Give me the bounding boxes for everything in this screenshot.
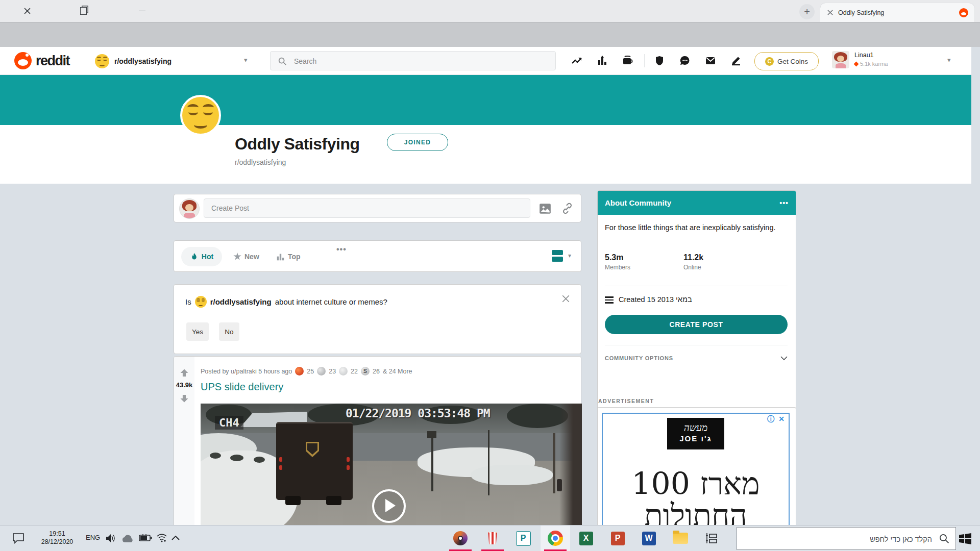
tab-close-icon[interactable] <box>827 10 833 15</box>
create-post-card <box>174 194 581 222</box>
language-indicator[interactable]: ENG <box>86 534 100 541</box>
wifi-icon[interactable] <box>156 533 167 542</box>
create-post-input[interactable] <box>204 198 530 218</box>
new-icon <box>233 253 241 261</box>
reddit-favicon <box>959 8 968 17</box>
volume-icon[interactable] <box>105 533 116 543</box>
user-menu[interactable]: Linau1 5.1k karma <box>828 49 955 72</box>
browser-toolbar: A M א reddit.com/r/oddlysatisfying/ ↺ ← … <box>0 22 980 47</box>
taskbar-app-publisher[interactable]: P <box>508 525 538 551</box>
sort-more-button[interactable]: ••• <box>336 245 347 254</box>
taskbar-app-excel[interactable]: X <box>571 525 601 551</box>
question-no-button[interactable]: No <box>219 322 239 341</box>
taskbar-clock[interactable]: 19:51 28/12/2020 <box>32 530 83 546</box>
community-question-card: Is r/oddlysatisfying about internet cult… <box>174 284 581 354</box>
task-view-icon <box>705 532 719 544</box>
link-post-icon[interactable] <box>561 202 574 215</box>
create-post-avatar[interactable] <box>179 198 200 219</box>
media-broadcast-icon[interactable] <box>622 55 633 66</box>
music-app-icon <box>453 531 468 545</box>
taskbar-app-powerpoint[interactable]: P <box>603 525 632 551</box>
user-menu-caret-icon[interactable]: ▾ <box>947 56 951 64</box>
about-community-card: About Community ••• For those little thi… <box>597 190 796 430</box>
browser-tab[interactable]: Oddly Satisfying <box>820 3 974 22</box>
award-icon[interactable] <box>317 367 326 375</box>
karma-icon <box>854 61 859 66</box>
window-minimize-button[interactable] <box>130 0 154 22</box>
sort-hot-tab[interactable]: Hot <box>181 247 222 266</box>
sort-new-tab[interactable]: New <box>233 247 259 266</box>
upvote-icon[interactable] <box>179 368 189 378</box>
award-icon[interactable]: S <box>361 367 370 375</box>
trending-icon[interactable] <box>571 55 582 66</box>
ad-headline-line1: מארז 100 <box>603 468 789 499</box>
card-view-icon[interactable] <box>552 250 563 263</box>
post-byline[interactable]: Posted by u/paltraki 5 hours ago <box>201 368 292 375</box>
new-tab-button[interactable]: + <box>799 4 815 19</box>
taskbar-search-input[interactable] <box>742 528 933 550</box>
view-caret-icon[interactable]: ▾ <box>568 252 571 259</box>
sort-top-tab[interactable]: Top <box>276 247 301 266</box>
messages-mail-icon[interactable] <box>705 55 716 66</box>
taskbar-search-box[interactable] <box>737 527 956 550</box>
ad-info-icon[interactable]: ⓘ <box>767 415 774 424</box>
question-text: Is r/oddlysatisfying about internet cult… <box>185 296 387 308</box>
award-icon[interactable] <box>339 367 348 375</box>
karma-label: 5.1k karma <box>860 61 888 67</box>
screen: + Oddly Satisfying A M א reddit.com/r/od… <box>0 0 980 551</box>
play-button[interactable] <box>372 489 406 523</box>
ad-logo-name: JOE ג'ו <box>667 434 724 443</box>
taskbar-app-popcorn[interactable] <box>478 525 507 551</box>
post-video[interactable]: CH4 01/22/2019 03:53:48 PM <box>201 404 582 525</box>
about-community-menu-icon[interactable]: ••• <box>779 199 789 207</box>
award-icon[interactable] <box>295 367 304 375</box>
more-awards[interactable]: & 24 More <box>383 368 412 375</box>
get-coins-button[interactable]: C Get Coins <box>754 52 819 70</box>
create-post-button[interactable]: CREATE POST <box>605 315 788 334</box>
windows-start-button[interactable] <box>959 533 972 545</box>
award-count: 26 <box>373 368 380 375</box>
search-input[interactable] <box>293 52 540 71</box>
hot-flame-icon <box>190 253 199 261</box>
search-icon <box>939 533 949 544</box>
question-yes-button[interactable]: Yes <box>186 322 209 341</box>
word-icon: W <box>642 532 656 545</box>
award-count: 25 <box>307 368 314 375</box>
community-banner <box>0 75 971 125</box>
ad-close-icon[interactable]: ✕ <box>778 415 785 423</box>
community-options-row[interactable]: COMMUNITY OPTIONS <box>605 355 788 361</box>
tray-chevron-up-icon[interactable] <box>172 535 180 540</box>
image-post-icon[interactable] <box>538 202 552 215</box>
joined-button[interactable]: JOINED <box>387 134 448 151</box>
action-center-icon[interactable] <box>12 533 24 544</box>
minimize-icon <box>139 11 145 11</box>
reddit-logo-icon[interactable] <box>14 52 32 69</box>
question-prefix: Is <box>185 297 191 306</box>
ad-frame[interactable]: מעשה JOE ג'ו ⓘ ✕ מארז 100 החתולות <box>602 413 790 525</box>
create-post-pencil-icon[interactable] <box>730 55 742 66</box>
post-title[interactable]: UPS slide delivery <box>201 381 283 393</box>
chevron-down-icon[interactable]: ▾ <box>244 56 248 64</box>
powerpoint-icon: P <box>611 532 625 545</box>
modqueue-shield-icon[interactable] <box>654 55 665 66</box>
community-avatar[interactable] <box>180 95 221 136</box>
chat-icon[interactable] <box>679 55 691 66</box>
taskbar-task-view[interactable] <box>697 525 727 551</box>
taskbar-app-chrome[interactable] <box>541 525 570 551</box>
top-communities-icon[interactable] <box>597 55 608 66</box>
question-close-icon[interactable] <box>562 295 570 303</box>
battery-icon[interactable] <box>139 534 152 542</box>
post-meta: Posted by u/paltraki 5 hours ago 25 23 2… <box>201 367 412 375</box>
taskbar-app-word[interactable]: W <box>634 525 664 551</box>
taskbar-app-explorer[interactable] <box>666 525 695 551</box>
window-restore-button[interactable] <box>71 0 95 22</box>
taskbar-app-music[interactable] <box>446 525 475 551</box>
onedrive-cloud-icon[interactable] <box>121 534 135 543</box>
reddit-wordmark[interactable]: reddit <box>36 53 69 69</box>
window-close-button[interactable] <box>15 0 39 22</box>
downvote-icon[interactable] <box>179 393 189 404</box>
community-dropdown[interactable]: r/oddlysatisfying <box>90 51 253 71</box>
search-bar[interactable] <box>270 51 556 70</box>
post-card: 43.9k Posted by u/paltraki 5 hours ago 2… <box>174 356 581 525</box>
plus-icon: + <box>804 6 810 18</box>
